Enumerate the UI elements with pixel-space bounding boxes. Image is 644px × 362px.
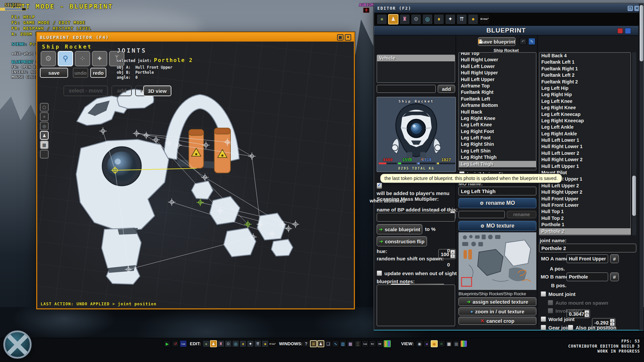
joint-tool-icon[interactable]: ⚲ [58,51,73,66]
joint-list-item[interactable]: Leg Right Kneecap [539,118,631,124]
joint-list-item[interactable]: Leg Right Knee [539,105,631,111]
robot-side-icon[interactable]: ♟ [40,131,49,140]
atom-icon[interactable]: ◉ [416,340,423,347]
blueprint-canvas[interactable]: Ship Rocket ⚙⚲⁘✦ᛉ save undo redo JOINTS … [37,42,354,308]
joint-list-item[interactable]: Leg Right Ankle [539,131,631,137]
mo-b-input[interactable]: Porthole [567,273,608,281]
joint-list-item[interactable]: Hull Left Upper 1 [539,163,631,170]
mo-list-item[interactable]: Hull Back [459,109,536,115]
hub-icon[interactable]: ◎ [40,122,49,130]
auto-mount-row[interactable]: Auto mount on spawn [548,300,608,306]
joint-list-item[interactable]: Leg Left Kneecap [539,111,631,118]
mount-joint-checkbox[interactable] [541,291,546,297]
device-icon[interactable]: ◎ [232,340,239,347]
network-icon[interactable]: ⌗ [438,340,445,347]
scale-blueprint-button[interactable]: ➜ scale blueprint [377,224,422,234]
joint-list-item[interactable]: Hull Left Upper 2 [539,183,631,189]
compass-emblem[interactable] [3,330,32,359]
undo-small-icon[interactable]: ↶ [520,38,527,45]
gear-icon[interactable]: ⚙ [225,340,232,347]
view-3d-button[interactable]: 3D view [143,85,171,96]
wheel-icon[interactable]: ⍟ [40,112,49,121]
world-joint-checkbox[interactable] [541,316,546,322]
rover-icon[interactable]: ♜ [217,340,224,347]
panels-icon[interactable]: ❏ [325,340,332,347]
grid-icon[interactable]: ▦ [445,340,452,347]
category-input[interactable] [377,85,436,93]
help-icon[interactable]: ? [303,340,310,347]
joint-name-input[interactable]: Porthole 2 [539,244,636,252]
robot-icon[interactable]: ♟ [388,14,398,24]
involuntary-checkbox[interactable] [548,308,553,313]
blueprint-preview[interactable]: Ship Rocket 4400 [377,97,456,172]
texture-viewer[interactable] [459,232,536,290]
mo-list-item[interactable]: Leg Left Thigh [459,161,536,167]
mode-button[interactable]: add [111,85,131,96]
eb-icon[interactable]: EB [376,340,383,347]
panel-window-button[interactable]: ❐ [628,6,633,11]
flash-icon[interactable]: ✦ [445,14,455,24]
joint-list-item[interactable]: Hull Back 4 [539,53,631,59]
matrix-icon[interactable]: ░ [354,340,361,347]
particles-tool-icon[interactable]: ⁘ [75,51,90,66]
joint-list-item[interactable]: Leg Left Ankle [539,124,631,130]
joint-list-item[interactable]: Hull Front Upper [539,196,631,202]
window-button[interactable]: ▣ [337,34,343,41]
redo-button[interactable]: redo [90,68,106,78]
mo-a-hash-button[interactable]: # [610,254,619,263]
cancel-crop-button[interactable]: ✕ cancel crop [459,317,536,325]
mo-list-item[interactable]: Airframe Bottom [459,102,536,109]
orbit-icon[interactable]: ● [423,340,430,347]
sprites-icon[interactable]: ▦ [347,340,354,347]
pin-position-row[interactable]: Also pin position [568,325,616,330]
world-joint-row[interactable]: World joint [541,316,575,322]
emc2-icon[interactable]: E=mc² [479,14,490,24]
mount-joint-row[interactable]: Mount joint [541,291,576,297]
errors-icon[interactable]: Err [369,340,376,347]
gear-icon[interactable]: ⚙ [411,14,421,24]
update-checkbox[interactable] [377,270,382,276]
mo-list-item[interactable]: Hull Top [459,52,536,57]
palette-icon[interactable] [384,340,391,347]
save-blueprint-button[interactable]: save blueprint [478,37,516,46]
panel-scrollbar-thumb[interactable] [640,5,643,61]
joint-list-item[interactable]: Hull Left Lower 2 [539,150,631,157]
undo-button[interactable]: undo [73,68,88,78]
atomized-checkbox[interactable] [377,183,382,188]
construction-flip-button[interactable]: ➜ construction flip [377,236,427,246]
gear-tool-icon[interactable]: ⚙ [41,51,56,66]
pin-position-checkbox[interactable] [568,325,573,330]
star-tool-icon[interactable]: ✦ [92,51,107,66]
update-checkbox-row[interactable]: update even when out of sight [377,270,457,276]
joint-list-item[interactable]: Fueltank Left 2 [539,72,631,78]
rename-mo-button[interactable]: ⚙ rename MO [459,198,536,208]
joint-list-item[interactable]: Fueltank Right 2 [539,79,631,85]
mo-list-item[interactable]: Hull Left Lower [459,63,536,70]
robot-window-icon[interactable]: ♟ [317,340,324,347]
flash-icon[interactable]: ✦ [247,340,254,347]
red-button[interactable] [618,28,623,34]
console-icon[interactable]: ≣ [310,340,317,347]
blueprint-editor-titlebar[interactable]: BLUEPRINT EDITOR (F4) ▣✕ [37,33,354,42]
gear-joint-checkbox[interactable] [541,325,546,330]
window-button[interactable]: ✕ [345,34,351,41]
editor-panel-titlebar[interactable]: EDITOR (F2) ❐✕ [374,4,643,13]
blank-icon[interactable] [40,150,49,159]
grid-side-icon[interactable]: ▦ [40,140,49,149]
mo-a-input[interactable]: Hull Front Upper [567,254,608,263]
rover-icon[interactable]: ♜ [399,14,410,24]
mo-name-input[interactable]: Leg Left Thigh [459,187,536,195]
joint-list-item[interactable]: Hull Right Lower 2 [539,157,631,163]
joint-list-item[interactable]: Hull Top 2 [539,215,631,222]
joint-list-item[interactable]: Hull Top 1 [539,208,631,215]
mo-list-item[interactable]: Leg Right Thigh [459,154,536,161]
notes-textarea[interactable] [377,285,455,326]
edit-blue-icon[interactable]: ✎ [528,38,535,45]
joint-list-item[interactable]: Hull Right Lower 1 [539,143,631,150]
gold-orb-icon[interactable]: ● [262,340,269,347]
involuntary-row[interactable]: Involuntary [548,308,583,314]
mo-list-item[interactable]: Leg Right Foot [459,128,536,135]
mo-b-hash-button[interactable]: # [610,273,619,281]
audio-icon[interactable]: ∿ [332,340,339,347]
joint-list-item[interactable]: Leg Right Hip [539,92,631,98]
